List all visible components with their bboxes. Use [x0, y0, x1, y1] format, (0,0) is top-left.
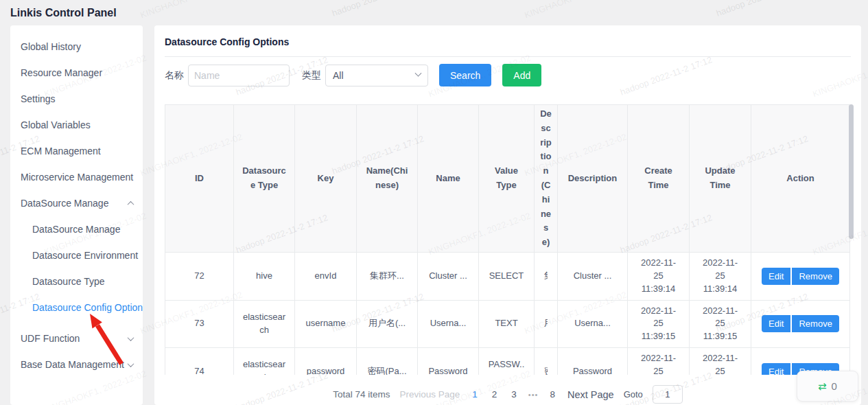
- cell-update-time: 2022-11-25 11:39:14: [690, 253, 751, 301]
- sidebar-item-microservice-management[interactable]: Microservice Management: [10, 164, 143, 190]
- table-header-row: IDDatasource TypeKeyName(Chinese)NameVal…: [165, 105, 850, 253]
- cell-value-type: TEXT: [479, 300, 535, 348]
- clipped-text: 用: [544, 317, 548, 330]
- cell-datasource-type: elasticsearch: [234, 348, 295, 375]
- column-header-update-time: Update Time: [690, 105, 751, 253]
- cell-create-time: 2022-11-25 11:39:15: [628, 348, 690, 375]
- cell-key: username: [295, 300, 357, 348]
- cell-value-type: SELECT: [479, 253, 535, 301]
- sidebar-item-datasource-manage[interactable]: DataSource Manage: [10, 216, 143, 242]
- cell-action: EditRemove: [751, 300, 850, 348]
- table-scrollbar[interactable]: [849, 104, 854, 239]
- type-filter-label: 类型: [302, 69, 321, 82]
- sidebar-item-global-history[interactable]: Global History: [10, 34, 143, 60]
- column-header-description-chinese: Description(Chinese): [535, 105, 558, 253]
- cell-name-chinese: 用户名(...: [357, 300, 418, 348]
- cell-datasource-type: elasticsearch: [234, 300, 295, 348]
- next-page-button[interactable]: Next Page: [567, 389, 614, 400]
- sidebar: Global History Resource Manager Settings…: [10, 25, 143, 405]
- page-number-3[interactable]: 3: [508, 389, 519, 400]
- page-ellipsis[interactable]: •••: [528, 391, 539, 399]
- sidebar-item-udf-function[interactable]: UDF Function: [10, 325, 143, 351]
- remove-button[interactable]: Remove: [792, 315, 838, 332]
- cell-create-time: 2022-11-25 11:39:15: [628, 300, 690, 348]
- clipped-text: 集: [544, 270, 548, 283]
- chevron-down-icon: [128, 360, 134, 367]
- pagination: Total 74 items Previous Page 123•••8 Nex…: [165, 385, 851, 404]
- cell-description: Cluster ...: [558, 253, 628, 301]
- cell-update-time: 2022-11-25 11:39:15: [690, 300, 751, 348]
- cell-name-chinese: 密码(Pa...: [357, 348, 418, 375]
- cell-name: Password: [418, 348, 479, 375]
- cell-description: Password: [558, 348, 628, 375]
- filter-bar: 名称 类型 All Search Add: [165, 64, 851, 86]
- cell-name: Userna...: [418, 300, 479, 348]
- page-number-2[interactable]: 2: [489, 389, 500, 400]
- sidebar-item-resource-manager[interactable]: Resource Manager: [10, 60, 143, 86]
- type-filter-value: All: [333, 70, 344, 81]
- feedback-widget[interactable]: ⇄ 0: [797, 371, 858, 402]
- cell-create-time: 2022-11-25 11:39:14: [628, 253, 690, 301]
- watermark-text: hadoop 2022-11-2 17:12: [331, 0, 425, 19]
- sidebar-item-datasource-environment[interactable]: Datasource Environment: [10, 242, 143, 268]
- watermark-text: KINGHAOKF1, 2022-12-02: [139, 0, 244, 20]
- edit-button[interactable]: Edit: [762, 315, 790, 332]
- app-title: Linkis Control Panel: [10, 7, 117, 19]
- cell-id: 74: [165, 348, 234, 375]
- page-number-8[interactable]: 8: [547, 389, 558, 400]
- config-options-table: IDDatasource TypeKeyName(Chinese)NameVal…: [165, 104, 854, 375]
- edit-button[interactable]: Edit: [762, 363, 790, 375]
- cell-name-chinese: 集群环...: [357, 253, 418, 301]
- watermark-text: KINGHAOKF1, 2022-12-02: [523, 0, 628, 20]
- name-filter-input[interactable]: [188, 65, 290, 86]
- sidebar-item-settings[interactable]: Settings: [10, 86, 143, 112]
- page-title: Datasource Config Options: [165, 25, 851, 57]
- cell-description: Userna...: [558, 300, 628, 348]
- pagination-total: Total 74 items: [333, 389, 390, 400]
- edit-button[interactable]: Edit: [762, 268, 790, 285]
- chevron-up-icon: [128, 200, 134, 207]
- cell-value-type: PASSW...: [479, 348, 535, 375]
- goto-page-input[interactable]: [653, 385, 683, 404]
- column-header-key: Key: [295, 105, 357, 253]
- column-header-datasource-type: Datasource Type: [234, 105, 295, 253]
- watermark-text: hadoop 2022-11-2 17:12: [715, 0, 810, 19]
- cell-description-chinese: 密: [535, 348, 558, 375]
- sidebar-item-datasource-config-option[interactable]: Datasource Config Option: [10, 294, 143, 321]
- column-header-create-time: Create Time: [628, 105, 690, 253]
- add-button[interactable]: Add: [502, 64, 541, 86]
- sidebar-item-global-variables[interactable]: Global Variables: [10, 112, 143, 138]
- remove-button[interactable]: Remove: [792, 268, 838, 285]
- sidebar-item-ecm-management[interactable]: ECM Management: [10, 138, 143, 164]
- table-row: 74elasticsearchpassword密码(Pa...PasswordP…: [165, 348, 850, 375]
- search-button[interactable]: Search: [439, 64, 491, 86]
- cell-key: password: [295, 348, 357, 375]
- exchange-arrows-icon: ⇄: [818, 380, 827, 393]
- page-number-1[interactable]: 1: [469, 389, 480, 400]
- cell-description-chinese: 集: [535, 253, 558, 301]
- cell-key: envId: [295, 253, 357, 301]
- chevron-down-icon: [415, 70, 422, 77]
- column-header-name: Name: [418, 105, 479, 253]
- table-row: 72hiveenvId集群环...Cluster ...SELECT集Clust…: [165, 253, 850, 301]
- name-filter-label: 名称: [165, 69, 184, 82]
- cell-id: 72: [165, 253, 234, 301]
- chevron-down-icon: [128, 334, 134, 341]
- sidebar-item-datasource-type[interactable]: Datasource Type: [10, 268, 143, 294]
- cell-id: 73: [165, 300, 234, 348]
- column-header-id: ID: [165, 105, 234, 253]
- table-row: 73elasticsearchusername用户名(...Userna...T…: [165, 300, 850, 348]
- sidebar-item-base-data-management[interactable]: Base Data Management: [10, 351, 143, 378]
- cell-update-time: 2022-11-25 11:39:15: [690, 348, 751, 375]
- type-filter-select[interactable]: All: [325, 65, 428, 86]
- column-header-action: Action: [751, 105, 850, 253]
- cell-description-chinese: 用: [535, 300, 558, 348]
- cell-datasource-type: hive: [234, 253, 295, 301]
- main-panel: Datasource Config Options 名称 类型 All Sear…: [154, 25, 861, 405]
- column-header-description: Description: [558, 105, 628, 253]
- previous-page-button[interactable]: Previous Page: [399, 389, 460, 400]
- column-header-value-type: Value Type: [479, 105, 535, 253]
- cell-name: Cluster ...: [418, 253, 479, 301]
- sidebar-item-datasource-manage-group[interactable]: DataSource Manage: [10, 190, 143, 216]
- widget-count: 0: [832, 380, 837, 392]
